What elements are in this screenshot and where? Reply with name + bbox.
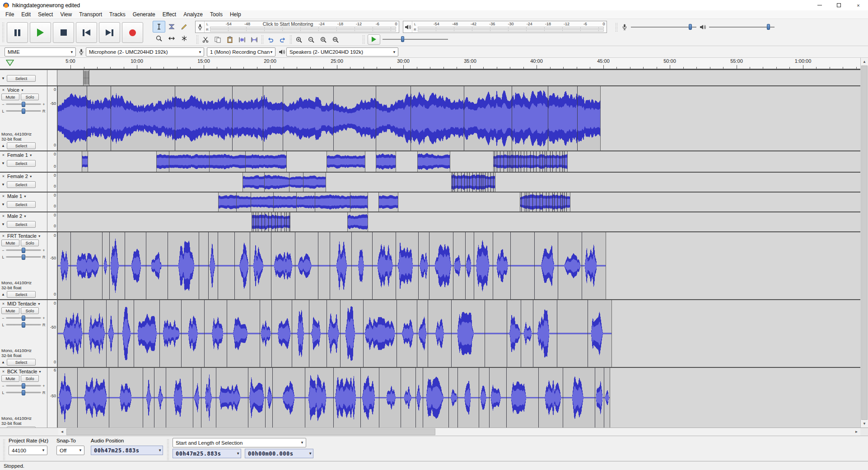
toolbar-grip[interactable]	[289, 35, 292, 44]
cut-button[interactable]	[199, 34, 211, 45]
track-close-button[interactable]: ×	[1, 369, 6, 374]
window-maximize-button[interactable]	[829, 0, 849, 10]
envelope-tool-button[interactable]	[165, 21, 178, 33]
gain-slider-rail[interactable]	[6, 317, 41, 319]
recording-volume-slider[interactable]	[631, 24, 696, 30]
mute-button[interactable]: Mute	[1, 307, 19, 314]
recording-channels-select[interactable]: 1 (Mono) Recording Chan▼	[207, 47, 275, 56]
track-select-button[interactable]: Select	[7, 181, 36, 188]
track-menu-arrow[interactable]: ▼	[38, 235, 41, 238]
track-collapse-arrow[interactable]: ▲	[1, 360, 5, 364]
skip-end-button[interactable]	[99, 22, 120, 43]
track-menu-arrow[interactable]: ▼	[29, 154, 33, 157]
track-waveform[interactable]	[57, 86, 860, 150]
recording-meter[interactable]: LR -54-48-42-36-30-24-18-12-60 Click to …	[195, 21, 399, 33]
track-menu-arrow[interactable]: ▼	[38, 370, 42, 373]
solo-button[interactable]: Solo	[21, 240, 39, 246]
menu-analyze[interactable]: Analyze	[180, 10, 206, 19]
zoom-out-button[interactable]	[305, 34, 317, 45]
track-close-button[interactable]: ×	[1, 174, 6, 179]
track-collapse-arrow[interactable]: ▲	[1, 144, 5, 148]
zoom-selection-button[interactable]	[317, 34, 329, 45]
track-close-button[interactable]: ×	[1, 153, 6, 157]
toolbar-grip[interactable]	[2, 22, 4, 43]
track-waveform[interactable]	[57, 212, 860, 231]
trim-button[interactable]	[236, 34, 248, 45]
track-close-button[interactable]: ×	[1, 88, 6, 92]
toolbar-grip[interactable]	[615, 23, 617, 32]
copy-button[interactable]	[211, 34, 224, 45]
playback-volume-slider[interactable]	[709, 24, 775, 30]
pan-slider-thumb[interactable]	[22, 322, 25, 328]
solo-button[interactable]: Solo	[21, 307, 39, 314]
pan-slider-thumb[interactable]	[22, 108, 25, 114]
pan-slider-thumb[interactable]	[22, 254, 25, 260]
pan-slider[interactable]: LR	[0, 321, 47, 328]
toolbar-grip[interactable]	[196, 35, 198, 44]
multi-tool-button[interactable]	[178, 33, 191, 44]
gain-slider[interactable]: −+	[0, 382, 47, 389]
track-menu-arrow[interactable]: ▼	[37, 302, 41, 306]
track-waveform[interactable]	[57, 368, 860, 428]
playback-device-select[interactable]: Speakers (2- UMC204HD 192k)▼	[286, 47, 398, 56]
track-waveform[interactable]	[57, 70, 860, 85]
track-collapse-arrow[interactable]: ▼	[1, 222, 5, 226]
track-collapse-arrow[interactable]: ▲	[1, 292, 5, 296]
track-close-button[interactable]: ×	[1, 301, 6, 306]
audio-position-field[interactable]: 00h47m25.883s▼	[91, 446, 163, 455]
record-button[interactable]	[122, 22, 143, 43]
scroll-right-arrow[interactable]: ►	[853, 428, 860, 436]
track-collapse-arrow[interactable]: ▼	[1, 183, 5, 187]
gain-slider-thumb[interactable]	[22, 383, 25, 389]
mute-button[interactable]: Mute	[1, 94, 19, 100]
menu-file[interactable]: File	[2, 10, 18, 19]
horizontal-scrollbar-thumb[interactable]	[66, 428, 435, 435]
menu-select[interactable]: Select	[34, 10, 56, 19]
track-select-button[interactable]: Select	[7, 359, 36, 366]
toolbar-grip[interactable]	[3, 439, 5, 460]
selection-mode-select[interactable]: Start and Length of Selection▼	[173, 438, 306, 447]
silence-button[interactable]	[248, 34, 260, 45]
track-menu-arrow[interactable]: ▼	[23, 195, 27, 198]
redo-button[interactable]	[276, 34, 289, 45]
track-collapse-arrow[interactable]: ▼	[1, 161, 5, 165]
timeshift-tool-button[interactable]	[165, 33, 178, 44]
track-menu-arrow[interactable]: ▼	[29, 175, 33, 178]
stop-button[interactable]	[53, 22, 74, 43]
monitoring-hint[interactable]: Click to Start Monitoring	[261, 21, 315, 27]
timeline-ruler[interactable]: 5:0010:0015:0020:0025:0030:0035:0040:004…	[58, 58, 860, 69]
gain-slider[interactable]: −+	[0, 247, 47, 254]
pan-slider-rail[interactable]	[6, 324, 41, 325]
mute-button[interactable]: Mute	[1, 240, 19, 246]
timeline-pin-icon[interactable]	[6, 60, 14, 67]
gain-slider-thumb[interactable]	[22, 315, 25, 321]
track-select-button[interactable]: Select	[7, 160, 36, 167]
scroll-up-arrow[interactable]: ▲	[861, 58, 868, 66]
menu-tools[interactable]: Tools	[206, 10, 226, 19]
toolbar-grip[interactable]	[261, 35, 263, 44]
track-collapse-arrow[interactable]: ▼	[1, 202, 5, 207]
track-close-button[interactable]: ×	[1, 234, 6, 238]
vertical-scrollbar[interactable]: ▲ ▼	[860, 58, 868, 428]
gain-slider-rail[interactable]	[6, 385, 41, 386]
menu-edit[interactable]: Edit	[18, 10, 34, 19]
play-button[interactable]	[30, 22, 51, 43]
menu-help[interactable]: Help	[226, 10, 245, 19]
paste-button[interactable]	[224, 34, 236, 45]
pause-button[interactable]	[7, 22, 28, 43]
menu-generate[interactable]: Generate	[129, 10, 159, 19]
snap-to-select[interactable]: Off▼	[56, 446, 84, 455]
gain-slider-rail[interactable]	[6, 249, 41, 251]
track-close-button[interactable]: ×	[1, 214, 6, 218]
menu-transport[interactable]: Transport	[75, 10, 106, 19]
selection-start-field[interactable]: 00h47m25.883s▼	[173, 449, 241, 458]
zoom-project-button[interactable]	[329, 34, 341, 45]
recording-device-select[interactable]: Microphone (2- UMC204HD 192k)▼	[86, 47, 204, 56]
track-select-button[interactable]: Select	[7, 291, 36, 298]
gain-slider-rail[interactable]	[6, 103, 41, 105]
project-rate-select[interactable]: 44100▼	[9, 446, 47, 455]
track-select-button[interactable]: Select	[7, 142, 36, 149]
menu-tracks[interactable]: Tracks	[106, 10, 129, 19]
track-waveform[interactable]	[57, 300, 860, 367]
track-close-button[interactable]: ×	[1, 194, 6, 198]
